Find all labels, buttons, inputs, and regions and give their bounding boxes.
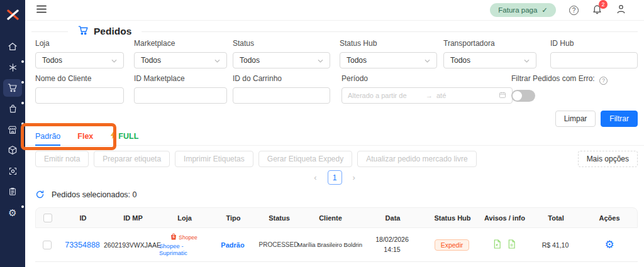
col-cliente: Cliente — [319, 214, 342, 222]
sidebar-item-products[interactable] — [3, 100, 22, 117]
app-logo-icon[interactable] — [0, 5, 25, 24]
status-hub-select[interactable]: Todos — [340, 52, 437, 68]
more-options-button[interactable]: Mais opções — [578, 151, 638, 167]
filter-field-marketplace: Marketplace Todos — [134, 39, 227, 68]
status-select[interactable]: Todos — [233, 52, 330, 68]
sidebar-item-home[interactable] — [3, 38, 22, 55]
order-cliente: Marília Brasileiro Boldrin — [297, 241, 362, 248]
imprimir-etiquetas-button[interactable]: Imprimir Etiquetas — [175, 151, 253, 167]
field-label: ID Hub — [550, 39, 638, 48]
field-label: Período — [341, 74, 513, 83]
clipboard-icon — [8, 187, 17, 197]
field-label: Status Hub — [340, 39, 437, 48]
hamburger-menu-icon[interactable] — [36, 4, 47, 16]
page-title-row: Pedidos — [31, 24, 638, 39]
loja-select[interactable]: Todos — [35, 52, 124, 68]
bag-icon — [8, 104, 18, 114]
col-avisos: Avisos / info — [484, 214, 525, 222]
period-end-input[interactable] — [436, 92, 471, 99]
filter-field-periodo: Período → — [341, 74, 513, 104]
order-status: PROCESSED — [259, 241, 299, 248]
sidebar: ⚙ — [0, 0, 25, 267]
id-marketplace-input[interactable] — [134, 87, 227, 104]
id-carrinho-input[interactable] — [233, 87, 330, 104]
sidebar-item-reports[interactable] — [3, 183, 22, 200]
notification-dot — [21, 81, 24, 84]
order-tipo: Padrão — [221, 241, 244, 249]
help-circle-icon[interactable]: ? — [599, 77, 608, 85]
chevron-down-icon — [524, 56, 530, 65]
sidebar-item-settings[interactable]: ⚙ — [3, 204, 22, 221]
pagination-next-icon[interactable]: › — [353, 173, 355, 182]
cart-icon — [8, 83, 18, 93]
id-hub-input[interactable] — [550, 52, 638, 68]
select-all-checkbox[interactable] — [43, 214, 52, 222]
refresh-icon[interactable] — [35, 190, 45, 199]
marketplace-select[interactable]: Todos — [134, 52, 227, 68]
order-date: 18/02/2026 14:15 — [375, 235, 409, 255]
orders-table: ID ID MP Loja Tipo Status Cliente Data S… — [35, 207, 638, 262]
invoice-status-pill[interactable]: Fatura paga ✓ — [490, 3, 556, 17]
col-total: Total — [548, 214, 564, 222]
filter-button[interactable]: Filtrar — [601, 111, 638, 127]
divider — [142, 31, 638, 32]
sidebar-item-integrations[interactable] — [3, 58, 22, 76]
table-row: 73354888 2602193VWXJAAE S Shopee Shopee … — [35, 228, 638, 262]
status-hub-badge: Expedir — [435, 239, 470, 251]
chevron-down-icon — [111, 56, 117, 65]
arrow-right-icon: → — [426, 92, 433, 99]
bulk-actions: Emitir nota Preparar etiqueta Imprimir E… — [35, 151, 477, 167]
user-icon[interactable] — [616, 4, 626, 17]
pagination-prev-icon[interactable]: ‹ — [314, 173, 316, 182]
filter-field-id-marketplace: ID Marketplace — [134, 74, 227, 104]
selected-count-label: Pedidos selecionados: — [52, 190, 130, 199]
notification-dot — [21, 102, 24, 104]
preparar-etiqueta-button[interactable]: Preparar etiqueta — [94, 151, 170, 167]
gerar-etiqueta-expedy-button[interactable]: Gerar Etiqueta Expedy — [258, 151, 352, 167]
selected-count-value: 0 — [133, 190, 137, 199]
filter-field-id-carrinho: ID do Carrinho — [233, 74, 330, 104]
store-link[interactable]: Shopee - Suprimatic — [159, 242, 209, 256]
atualizar-pedido-ml-button[interactable]: Atualizar pedido mercado livre — [357, 151, 476, 167]
filter-field-status: Status Todos — [233, 39, 330, 68]
col-status: Status — [269, 214, 290, 222]
nota-file-icon[interactable] — [508, 239, 516, 250]
period-start-input[interactable] — [348, 92, 422, 99]
notification-dot — [21, 205, 24, 208]
pagination-page-1[interactable]: 1 — [328, 170, 342, 185]
check-icon: ✓ — [541, 6, 548, 14]
sidebar-item-scan[interactable] — [3, 162, 22, 180]
period-range-input[interactable]: → — [341, 87, 513, 104]
svg-text:S: S — [173, 235, 175, 239]
filter-field-nome-cliente: Nome do Cliente — [35, 74, 124, 104]
sidebar-item-orders[interactable] — [3, 79, 22, 97]
tab-padrao[interactable]: Padrão — [35, 128, 60, 145]
help-icon[interactable]: ? — [569, 6, 579, 15]
sidebar-item-shipping[interactable] — [3, 141, 22, 159]
nome-cliente-input[interactable] — [35, 87, 124, 104]
tab-flex[interactable]: Flex — [77, 128, 93, 145]
row-actions-gear-icon[interactable]: ⚙ — [604, 239, 614, 250]
loja-cell: S Shopee Shopee - Suprimatic — [159, 233, 209, 256]
chevron-down-icon — [214, 56, 220, 65]
notifications-bell-icon[interactable]: 2 — [592, 4, 602, 17]
chevron-down-icon — [425, 56, 430, 65]
xml-file-icon[interactable] — [493, 239, 501, 250]
col-id-mp: ID MP — [123, 214, 143, 222]
notification-badge: 2 — [599, 0, 608, 9]
transportadora-select[interactable]: Todos — [443, 52, 536, 68]
sidebar-item-store[interactable] — [3, 121, 22, 138]
row-checkbox[interactable] — [43, 241, 52, 249]
select-value: Todos — [42, 56, 62, 65]
avisos-icons — [493, 239, 516, 250]
error-filter-toggle[interactable] — [511, 90, 535, 102]
col-tipo: Tipo — [226, 214, 240, 222]
filter-field-transportadora: Transportadora Todos — [443, 39, 536, 68]
clear-button[interactable]: Limpar — [555, 111, 596, 127]
order-id-link[interactable]: 73354888 — [65, 241, 100, 249]
topbar: Fatura paga ✓ ? 2 — [25, 0, 644, 21]
tab-full[interactable]: FULL — [110, 128, 138, 145]
filter-actions: Limpar Filtrar — [555, 111, 638, 127]
emitir-nota-button[interactable]: Emitir nota — [35, 151, 89, 167]
order-type-tabs: Padrão Flex FULL — [25, 128, 644, 146]
